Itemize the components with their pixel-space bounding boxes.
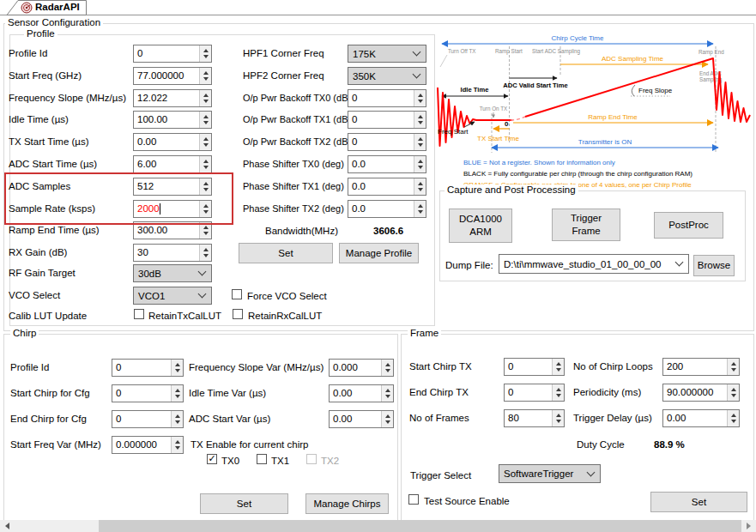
spinner[interactable] xyxy=(199,178,211,195)
spinner[interactable] xyxy=(199,90,211,106)
scroll-right-button[interactable] xyxy=(741,520,756,532)
spinner[interactable] xyxy=(381,411,393,427)
spin-down-icon[interactable] xyxy=(418,100,423,103)
spin-up-icon[interactable] xyxy=(556,388,561,391)
spin-down-icon[interactable] xyxy=(203,55,209,58)
sample-rate-value[interactable]: 2000 xyxy=(134,201,199,217)
chirp-set-button[interactable]: Set xyxy=(200,493,288,514)
spinner[interactable] xyxy=(414,90,426,106)
op-pwr-backoff-tx0-value[interactable]: 0 xyxy=(348,90,414,106)
horizontal-scrollbar[interactable] xyxy=(0,520,756,532)
spin-down-icon[interactable] xyxy=(203,143,209,147)
frequency-slope-value[interactable]: 12.022 xyxy=(134,90,199,106)
spin-down-icon[interactable] xyxy=(418,121,423,124)
spin-up-icon[interactable] xyxy=(418,137,423,141)
vco-select-select[interactable]: VCO1 xyxy=(133,287,212,305)
spin-up-icon[interactable] xyxy=(203,94,209,97)
trigger-delay-input[interactable]: 0.00 xyxy=(662,409,740,427)
start-freq-var-input[interactable]: 0.000000 xyxy=(112,436,184,454)
spinner[interactable] xyxy=(171,411,183,427)
postproc-button[interactable]: PostProc xyxy=(654,212,723,239)
chirp-profile-id-value[interactable]: 0 xyxy=(112,360,171,376)
adc-start-var-value[interactable]: 0.00 xyxy=(330,411,381,427)
spin-up-icon[interactable] xyxy=(203,71,209,75)
spin-down-icon[interactable] xyxy=(175,446,180,450)
adc-start-var-input[interactable]: 0.00 xyxy=(329,410,394,428)
spin-up-icon[interactable] xyxy=(203,160,209,163)
phase-shifter-tx1-input[interactable]: 0.0 xyxy=(348,178,426,196)
idle-time-input[interactable]: 100.00 xyxy=(133,111,212,129)
adc-start-time-input[interactable]: 6.00 xyxy=(133,155,212,173)
spin-down-icon[interactable] xyxy=(203,188,209,191)
start-freq-var-value[interactable]: 0.000000 xyxy=(112,437,171,453)
dca1000-arm-button[interactable]: DCA1000 ARM xyxy=(449,209,512,243)
spinner[interactable] xyxy=(414,178,426,195)
spinner[interactable] xyxy=(727,359,739,375)
idle-time-value[interactable]: 100.00 xyxy=(134,112,199,128)
spinner[interactable] xyxy=(199,112,211,128)
op-pwr-backoff-tx2-value[interactable]: 0 xyxy=(348,134,414,150)
spinner[interactable] xyxy=(414,134,426,150)
no-of-frames-input[interactable]: 80 xyxy=(504,409,565,427)
browse-button[interactable]: Browse xyxy=(693,255,735,276)
force-vco-select-checkbox[interactable] xyxy=(232,289,242,299)
spin-down-icon[interactable] xyxy=(203,166,209,169)
start-chirp-for-cfg-input[interactable]: 0 xyxy=(112,384,184,402)
idle-time-var-input[interactable]: 0.00 xyxy=(329,384,394,402)
op-pwr-backoff-tx2-input[interactable]: 0 xyxy=(348,133,426,151)
frequency-slope-input[interactable]: 12.022 xyxy=(133,89,212,107)
profile-set-button[interactable]: Set xyxy=(239,243,333,263)
spin-up-icon[interactable] xyxy=(418,115,423,118)
tx-start-time-value[interactable]: 0.00 xyxy=(134,134,199,150)
spin-down-icon[interactable] xyxy=(203,210,209,214)
spin-down-icon[interactable] xyxy=(731,368,736,372)
tx-start-time-input[interactable]: 0.00 xyxy=(133,133,212,151)
end-chirp-tx-value[interactable]: 0 xyxy=(505,384,552,401)
spin-up-icon[interactable] xyxy=(203,115,209,118)
end-chirp-for-cfg-input[interactable]: 0 xyxy=(112,410,184,428)
spinner[interactable] xyxy=(381,360,393,376)
spinner[interactable] xyxy=(199,245,211,261)
spinner[interactable] xyxy=(414,201,426,217)
manage-chirps-button[interactable]: Manage Chirps xyxy=(305,493,389,514)
adc-samples-input[interactable]: 512 xyxy=(133,178,212,196)
spin-down-icon[interactable] xyxy=(418,143,423,147)
start-chirp-tx-value[interactable]: 0 xyxy=(505,359,552,375)
spin-down-icon[interactable] xyxy=(203,100,209,103)
spin-down-icon[interactable] xyxy=(385,395,390,398)
spin-up-icon[interactable] xyxy=(203,226,209,229)
manage-profile-button[interactable]: Manage Profile xyxy=(339,243,419,263)
tx0-checkbox[interactable]: ✓ xyxy=(207,454,217,464)
spinner[interactable] xyxy=(727,384,739,401)
spin-down-icon[interactable] xyxy=(731,394,736,397)
spin-down-icon[interactable] xyxy=(418,210,423,214)
spin-down-icon[interactable] xyxy=(556,420,561,423)
retain-tx-cal-lut-checkbox[interactable] xyxy=(134,309,144,319)
spin-up-icon[interactable] xyxy=(418,160,423,163)
frequency-slope-var-input[interactable]: 0.000 xyxy=(329,359,394,377)
ramp-end-time-input[interactable]: 300.00 xyxy=(133,221,212,239)
frequency-slope-var-value[interactable]: 0.000 xyxy=(330,360,381,376)
tx1-checkbox[interactable] xyxy=(257,454,267,464)
phase-shifter-tx0-input[interactable]: 0.0 xyxy=(348,155,426,173)
phase-shifter-tx0-value[interactable]: 0.0 xyxy=(348,156,414,172)
spin-down-icon[interactable] xyxy=(418,166,423,169)
spin-up-icon[interactable] xyxy=(418,182,423,185)
idle-time-var-value[interactable]: 0.00 xyxy=(330,385,381,402)
start-chirp-tx-input[interactable]: 0 xyxy=(504,358,565,376)
scrollbar-thumb[interactable] xyxy=(99,520,741,532)
spin-down-icon[interactable] xyxy=(556,368,561,372)
frame-set-button[interactable]: Set xyxy=(650,492,747,512)
spinner[interactable] xyxy=(552,384,564,401)
spin-down-icon[interactable] xyxy=(175,420,180,424)
spinner[interactable] xyxy=(381,385,393,402)
spin-down-icon[interactable] xyxy=(385,369,390,372)
dump-file-select[interactable]: D:\ti\mmwave_studio_01_00_00_00 xyxy=(499,254,689,274)
spin-up-icon[interactable] xyxy=(731,362,736,366)
spin-up-icon[interactable] xyxy=(203,248,209,251)
op-pwr-backoff-tx0-input[interactable]: 0 xyxy=(348,89,426,107)
op-pwr-backoff-tx1-input[interactable]: 0 xyxy=(348,111,426,129)
spin-down-icon[interactable] xyxy=(418,188,423,191)
profile-id-value[interactable]: 0 xyxy=(134,45,199,62)
rf-gain-target-select[interactable]: 30dB xyxy=(133,264,212,282)
